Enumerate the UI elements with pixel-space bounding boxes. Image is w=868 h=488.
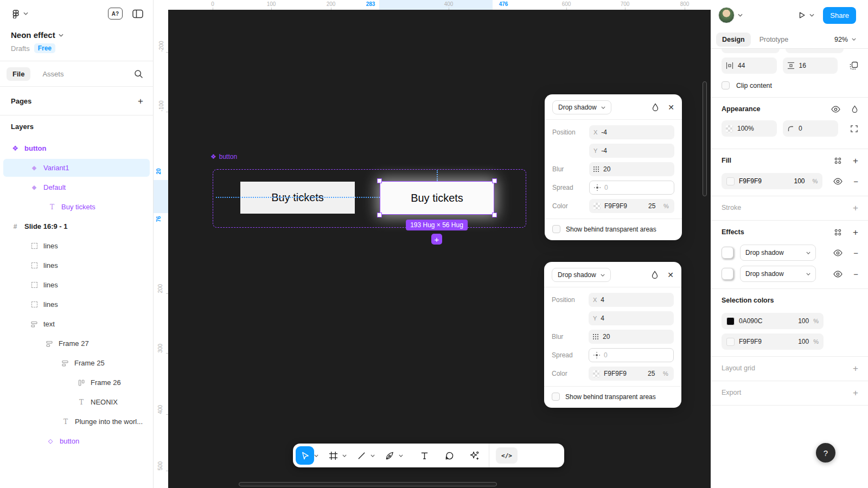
search-icon[interactable] xyxy=(134,69,143,79)
add-stroke-button[interactable]: + xyxy=(853,203,858,213)
chevron-down-icon[interactable] xyxy=(399,454,405,457)
blend-droplet-icon[interactable] xyxy=(652,103,659,112)
eye-icon[interactable] xyxy=(833,271,843,278)
chevron-down-icon[interactable] xyxy=(23,12,28,15)
close-icon[interactable]: ✕ xyxy=(667,271,674,279)
help-button[interactable]: ? xyxy=(816,443,835,463)
color-swatch[interactable] xyxy=(726,338,735,346)
dev-mode-code-button[interactable]: </> xyxy=(496,447,518,464)
vertical-scrollbar[interactable] xyxy=(703,81,707,196)
chevron-down-icon[interactable] xyxy=(809,14,814,17)
add-fill-button[interactable]: + xyxy=(853,156,858,165)
effect-type-select[interactable]: Drop shadow xyxy=(740,245,816,261)
fill-hex-input[interactable] xyxy=(739,177,773,185)
toggle-panel-icon[interactable] xyxy=(132,9,143,18)
shadow-blur-input[interactable] xyxy=(603,333,669,341)
chevron-down-icon[interactable] xyxy=(371,454,376,457)
shadow-y-input[interactable] xyxy=(601,314,669,322)
eye-icon[interactable] xyxy=(831,106,840,113)
fill-opacity-input[interactable] xyxy=(794,177,808,185)
effect-type-select[interactable]: Drop shadow xyxy=(740,266,816,282)
layer-row-lines[interactable]: lines xyxy=(3,256,150,274)
pen-tool[interactable] xyxy=(380,446,399,465)
shadow-y-field[interactable]: Y xyxy=(589,144,674,158)
blend-droplet-icon[interactable] xyxy=(651,271,659,279)
resize-handle-se[interactable] xyxy=(492,213,497,217)
chevron-down-icon[interactable] xyxy=(314,454,320,457)
tab-assets[interactable]: Assets xyxy=(38,67,68,81)
styles-grid-icon[interactable] xyxy=(834,157,842,165)
opacity-field[interactable] xyxy=(722,120,777,137)
eye-icon[interactable] xyxy=(833,249,843,256)
chevron-down-icon[interactable] xyxy=(738,14,743,17)
horizontal-scrollbar[interactable] xyxy=(239,482,497,486)
layer-row-slide[interactable]: # Slide 16:9 - 1 xyxy=(3,217,150,235)
line-tool[interactable] xyxy=(352,446,371,465)
zoom-level-select[interactable]: 92% xyxy=(834,36,856,43)
expand-icon[interactable] xyxy=(850,125,858,133)
shadow-color-field[interactable]: % xyxy=(589,199,674,213)
layer-row-lines[interactable]: lines xyxy=(3,276,150,294)
layer-row-lines[interactable]: lines xyxy=(3,296,150,313)
shadow-opacity-input[interactable] xyxy=(648,202,660,210)
add-export-button[interactable]: + xyxy=(853,388,858,397)
frame-tool[interactable] xyxy=(324,446,342,465)
ai-actions-button[interactable]: A? xyxy=(108,8,123,20)
corner-radius-field[interactable] xyxy=(783,120,838,137)
chevron-down-icon[interactable] xyxy=(342,454,348,457)
remove-effect-button[interactable]: − xyxy=(853,248,858,258)
effect-thumbnail[interactable] xyxy=(722,247,733,259)
horizontal-gap-input[interactable] xyxy=(738,62,773,69)
close-icon[interactable]: ✕ xyxy=(668,103,674,112)
resize-handle-sw[interactable] xyxy=(377,213,382,217)
shadow-spread-input[interactable] xyxy=(604,184,669,191)
canvas[interactable]: ❖ button Buy tickets Buy tickets 193 Hug… xyxy=(168,10,711,488)
tab-design[interactable]: Design xyxy=(716,33,751,47)
component-set-label[interactable]: ❖ button xyxy=(210,153,237,160)
effect-type-select[interactable]: Drop shadow xyxy=(552,100,611,114)
shadow-x-input[interactable] xyxy=(601,129,670,136)
shadow-color-field[interactable]: % xyxy=(589,367,674,381)
vertical-gap-input[interactable] xyxy=(799,62,834,69)
selection-color-field[interactable]: F9F9F9 100 % xyxy=(722,333,824,350)
plan-badge[interactable]: Free xyxy=(34,43,55,53)
corner-radius-input[interactable] xyxy=(799,125,834,132)
layer-row-frame25[interactable]: Frame 25 xyxy=(3,354,150,372)
file-location[interactable]: Drafts xyxy=(11,44,30,53)
shadow-blur-input[interactable] xyxy=(603,165,670,173)
actions-sparkle-tool[interactable] xyxy=(465,446,483,465)
chevron-down-icon[interactable] xyxy=(59,34,63,37)
tab-prototype[interactable]: Prototype xyxy=(760,36,789,43)
effect-type-select[interactable]: Drop shadow xyxy=(552,268,611,282)
selection-color-field[interactable]: 0A090C 100 % xyxy=(722,313,824,329)
shadow-y-input[interactable] xyxy=(601,147,670,155)
shadow-x-field[interactable]: X xyxy=(589,293,674,307)
clip-content-checkbox[interactable] xyxy=(722,81,730,89)
layer-row-plunge[interactable]: T Plunge into the worl... xyxy=(3,413,150,431)
blend-droplet-icon[interactable] xyxy=(851,105,858,113)
share-button[interactable]: Share xyxy=(823,7,856,24)
layer-row-buy-tickets[interactable]: T Buy tickets xyxy=(3,198,150,216)
text-tool[interactable] xyxy=(415,446,433,465)
present-play-icon[interactable] xyxy=(797,11,806,20)
figma-menu-icon[interactable] xyxy=(11,9,20,18)
layer-row-neonix[interactable]: T NEONIX xyxy=(3,393,150,411)
layer-row-default[interactable]: ◆ Default xyxy=(3,178,150,196)
comment-tool[interactable] xyxy=(440,446,458,465)
effect-thumbnail[interactable] xyxy=(722,268,733,280)
layer-row-component-set[interactable]: ❖ button xyxy=(3,139,150,157)
individual-padding-icon[interactable] xyxy=(850,61,858,70)
layer-row-frame27[interactable]: Frame 27 xyxy=(3,335,150,352)
shadow-spread-input[interactable] xyxy=(604,351,669,359)
shadow-hex-input[interactable] xyxy=(604,370,636,377)
remove-effect-button[interactable]: − xyxy=(853,269,858,279)
resize-handle-nw[interactable] xyxy=(377,178,382,183)
add-layout-grid-button[interactable]: + xyxy=(853,364,858,373)
show-behind-checkbox[interactable] xyxy=(552,225,560,233)
shadow-spread-field[interactable] xyxy=(589,181,674,195)
shadow-opacity-input[interactable] xyxy=(648,370,660,377)
shadow-hex-input[interactable] xyxy=(604,202,637,210)
buy-tickets-button-selected[interactable]: Buy tickets xyxy=(380,181,494,215)
avatar[interactable] xyxy=(718,7,735,23)
add-effect-button[interactable]: + xyxy=(853,228,858,237)
